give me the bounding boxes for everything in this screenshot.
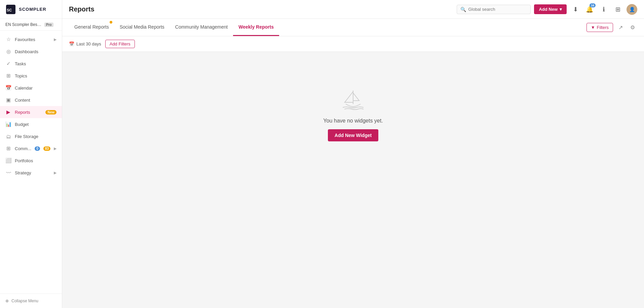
content-icon: ▣ [5, 97, 11, 103]
notifications-button[interactable]: 🔔 16 [584, 4, 595, 15]
sidebar-item-dashboards[interactable]: ◎ Dashboards [0, 45, 62, 58]
logo-text: SCOMPLER [19, 7, 46, 12]
download-icon: ⬇ [573, 6, 578, 13]
apps-button[interactable]: ⊞ [612, 4, 623, 15]
comms-badge-0: 0 [35, 146, 40, 151]
sub-header: General Reports Social Media Reports Com… [62, 19, 644, 36]
sidebar-item-file-storage[interactable]: 🗂 File Storage [0, 130, 62, 142]
logo-area: SC SCOMPLER [0, 0, 62, 19]
reports-new-badge: New [45, 110, 56, 114]
search-icon: 🔍 [460, 7, 466, 12]
notification-badge: 16 [590, 3, 596, 7]
page-title: Reports [69, 5, 451, 13]
strategy-chevron-icon: ▶ [54, 171, 56, 175]
sidebar-item-budget[interactable]: 📊 Budget [0, 118, 62, 130]
empty-state-sailboat-icon [340, 85, 367, 112]
top-header: Reports 🔍 Add New ▾ ⬇ 🔔 16 ℹ ⊞ [62, 0, 644, 19]
tab-weekly-reports[interactable]: Weekly Reports [233, 19, 279, 36]
add-filters-button[interactable]: Add Filters [105, 40, 135, 48]
add-new-button[interactable]: Add New ▾ [534, 4, 567, 14]
favourites-icon: ☆ [5, 36, 11, 42]
comms-chevron-icon: ▶ [54, 146, 56, 151]
sidebar-label-tasks: Tasks [15, 61, 56, 66]
tab-general-reports-label: General Reports [74, 24, 109, 30]
filter-icon: ▼ [591, 25, 595, 30]
sidebar-item-calendar[interactable]: 📅 Calendar [0, 82, 62, 94]
main-content: Reports 🔍 Add New ▾ ⬇ 🔔 16 ℹ ⊞ [62, 0, 644, 308]
reports-icon: ▶ [5, 109, 11, 115]
sidebar-label-favourites: Favourites [15, 37, 50, 42]
workspace-info[interactable]: EN Scompler Best Pra... Pro [0, 19, 62, 31]
tab-social-media-reports[interactable]: Social Media Reports [114, 19, 170, 36]
comms-icon: ⊞ [5, 145, 11, 151]
portfolios-icon: ⬜ [5, 158, 11, 164]
sidebar-label-comms: Comm... [15, 146, 31, 151]
collapse-icon: ⊕ [5, 299, 9, 303]
search-box[interactable]: 🔍 [457, 5, 531, 14]
tasks-icon: ✓ [5, 61, 11, 67]
sidebar-item-tasks[interactable]: ✓ Tasks [0, 58, 62, 70]
scompler-logo: SC [5, 4, 16, 15]
empty-state: You have no widgets yet. Add New Widget [62, 52, 644, 175]
sidebar-label-content: Content [15, 98, 56, 103]
general-reports-dot-badge [110, 21, 112, 24]
tab-social-media-label: Social Media Reports [120, 24, 164, 30]
collapse-menu-button[interactable]: ⊕ Collapse Menu [0, 294, 62, 308]
calendar-icon: 📅 [5, 85, 11, 91]
tab-general-reports[interactable]: General Reports [69, 19, 114, 36]
add-new-chevron-icon: ▾ [560, 7, 562, 12]
sidebar-item-comms[interactable]: ⊞ Comm... 0 83 ▶ [0, 142, 62, 155]
user-avatar[interactable]: 👤 [627, 4, 637, 15]
grid-icon: ⊞ [615, 6, 620, 13]
header-actions: 🔍 Add New ▾ ⬇ 🔔 16 ℹ ⊞ 👤 [457, 4, 637, 15]
calendar-filter-icon: 📅 [69, 41, 74, 46]
avatar-image: 👤 [629, 7, 635, 12]
sidebar: SC SCOMPLER EN Scompler Best Pra... Pro … [0, 0, 62, 308]
sidebar-label-dashboards: Dashboards [15, 49, 56, 54]
sidebar-label-reports: Reports [15, 110, 42, 115]
export-button[interactable]: ↗ [616, 23, 625, 32]
search-input[interactable] [468, 7, 527, 12]
topics-icon: ⊞ [5, 73, 11, 79]
collapse-label: Collapse Menu [11, 299, 38, 303]
sidebar-item-strategy[interactable]: 〰 Strategy ▶ [0, 167, 62, 179]
comms-badge-83: 83 [43, 146, 50, 151]
svg-text:SC: SC [7, 8, 12, 12]
sidebar-label-calendar: Calendar [15, 85, 56, 91]
tab-community-label: Community Management [175, 24, 228, 30]
strategy-icon: 〰 [5, 170, 11, 176]
sidebar-item-favourites[interactable]: ☆ Favourites ▶ [0, 33, 62, 45]
date-range-label: Last 30 days [76, 41, 101, 46]
sidebar-item-topics[interactable]: ⊞ Topics [0, 70, 62, 82]
download-button[interactable]: ⬇ [570, 4, 581, 15]
sidebar-label-portfolios: Portfolios [15, 158, 56, 163]
chevron-icon: ▶ [54, 37, 56, 42]
add-new-label: Add New [539, 7, 558, 12]
empty-state-title: You have no widgets yet. [323, 118, 383, 124]
sidebar-label-topics: Topics [15, 73, 56, 78]
tab-weekly-label: Weekly Reports [238, 24, 274, 30]
sidebar-nav: ☆ Favourites ▶ ◎ Dashboards ✓ Tasks ⊞ To… [0, 31, 62, 294]
sidebar-label-budget: Budget [15, 122, 56, 127]
info-icon: ℹ [603, 6, 605, 13]
sidebar-item-portfolios[interactable]: ⬜ Portfolios [0, 155, 62, 167]
file-storage-icon: 🗂 [5, 133, 11, 139]
export-icon: ↗ [618, 24, 623, 31]
filter-bar: 📅 Last 30 days Add Filters [62, 36, 644, 52]
content-area: You have no widgets yet. Add New Widget [62, 52, 644, 308]
sidebar-label-file-storage: File Storage [15, 134, 56, 139]
gear-icon: ⚙ [630, 24, 635, 31]
pro-badge: Pro [44, 23, 53, 27]
filters-button[interactable]: ▼ Filters [586, 23, 613, 32]
info-button[interactable]: ℹ [598, 4, 609, 15]
tab-community-management[interactable]: Community Management [170, 19, 233, 36]
dashboards-icon: ◎ [5, 48, 11, 55]
add-filters-label: Add Filters [110, 41, 130, 46]
settings-button[interactable]: ⚙ [628, 23, 637, 32]
tabs-container: General Reports Social Media Reports Com… [69, 19, 279, 36]
sidebar-item-reports[interactable]: ▶ Reports New [0, 106, 62, 118]
date-filter[interactable]: 📅 Last 30 days [69, 41, 101, 46]
add-new-widget-button[interactable]: Add New Widget [328, 129, 378, 141]
sidebar-item-content[interactable]: ▣ Content [0, 94, 62, 106]
budget-icon: 📊 [5, 121, 11, 127]
